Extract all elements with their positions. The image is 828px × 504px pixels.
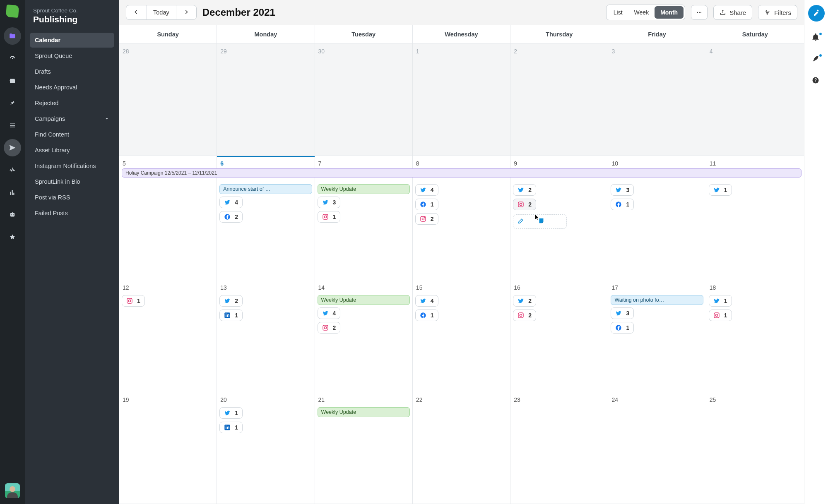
sidebar-item-rejected[interactable]: Rejected xyxy=(30,96,114,110)
day-cell[interactable]: 1541 xyxy=(413,280,510,392)
svg-rect-26 xyxy=(518,313,523,318)
day-cell[interactable]: 23 xyxy=(510,392,608,504)
sidebar-item-campaigns[interactable]: Campaigns xyxy=(30,111,114,126)
day-cell[interactable]: 22 xyxy=(413,392,510,504)
post-chip-tw[interactable]: 1 xyxy=(709,184,732,196)
post-chip-tw[interactable]: 2 xyxy=(513,295,536,307)
day-cell[interactable]: 24 xyxy=(608,392,706,504)
post-chip-ig[interactable]: 1 xyxy=(709,310,732,321)
day-cell[interactable]: 2 xyxy=(510,44,608,156)
post-chip-tw[interactable]: 2 xyxy=(513,184,536,196)
day-cell[interactable]: 14Weekly Update42 xyxy=(315,280,413,392)
post-chip-ig[interactable]: 1 xyxy=(122,295,145,307)
rail-list-icon[interactable] xyxy=(4,117,21,134)
post-chip-ig[interactable]: 2 xyxy=(513,199,536,210)
post-chip-li[interactable]: 1 xyxy=(219,422,243,433)
rail-gauge-icon[interactable] xyxy=(4,50,21,67)
calendar-note[interactable]: Announce start of … xyxy=(219,184,312,194)
sidebar-item-sproutlink-in-bio[interactable]: SproutLink in Bio xyxy=(30,174,114,189)
post-chip-tw[interactable]: 2 xyxy=(219,295,243,307)
post-chip-ig[interactable]: 2 xyxy=(318,322,341,334)
day-cell[interactable]: 30 xyxy=(315,44,413,156)
post-chip-fb[interactable]: 1 xyxy=(611,322,634,334)
sidebar-item-find-content[interactable]: Find Content xyxy=(30,127,114,142)
day-number: 23 xyxy=(513,395,605,405)
view-week[interactable]: Week xyxy=(628,6,655,19)
post-chip-ig[interactable]: 2 xyxy=(513,310,536,321)
svg-rect-18 xyxy=(127,298,132,303)
calendar-note[interactable]: Weekly Update xyxy=(318,407,410,417)
post-chip-ig[interactable]: 1 xyxy=(318,211,341,223)
sidebar-item-instagram-notifications[interactable]: Instagram Notifications xyxy=(30,158,114,173)
sidebar-item-label: Post via RSS xyxy=(35,194,70,201)
today-button[interactable]: Today xyxy=(147,5,176,19)
quick-actions xyxy=(513,214,567,229)
post-chip-fb[interactable]: 1 xyxy=(611,199,634,210)
post-chip-fb[interactable]: 2 xyxy=(219,211,243,223)
post-chip-tw[interactable]: 3 xyxy=(611,307,634,319)
post-chip-tw[interactable]: 4 xyxy=(318,307,341,319)
share-button[interactable]: Share xyxy=(713,5,752,20)
sidebar-item-sprout-queue[interactable]: Sprout Queue xyxy=(30,48,114,63)
day-cell[interactable]: 21Weekly Update xyxy=(315,392,413,504)
rail-publish-icon[interactable] xyxy=(4,139,21,156)
day-cell[interactable]: 1811 xyxy=(706,280,804,392)
rail-bot-icon[interactable] xyxy=(4,206,21,223)
quick-note-icon[interactable] xyxy=(538,217,545,226)
post-chip-fb[interactable]: 1 xyxy=(415,199,438,210)
rail-pin-icon[interactable] xyxy=(4,94,21,112)
day-cell[interactable]: 1321 xyxy=(217,280,315,392)
post-chip-li[interactable]: 1 xyxy=(219,310,243,321)
sidebar-item-needs-approval[interactable]: Needs Approval xyxy=(30,80,114,95)
quick-compose-icon[interactable] xyxy=(518,217,525,226)
post-chip-tw[interactable]: 1 xyxy=(219,407,243,419)
notifications-icon[interactable] xyxy=(811,33,821,43)
post-chip-tw[interactable]: 1 xyxy=(709,295,732,307)
post-chip-fb[interactable]: 1 xyxy=(415,310,438,321)
compose-button[interactable] xyxy=(808,5,825,22)
rail-reports-icon[interactable] xyxy=(4,184,21,201)
prev-button[interactable] xyxy=(126,5,146,19)
calendar-note[interactable]: Weekly Update xyxy=(318,295,410,305)
user-avatar[interactable] xyxy=(5,483,20,498)
day-cell[interactable]: 29 xyxy=(217,44,315,156)
day-cell[interactable]: 17Waiting on photo fo…31 xyxy=(608,280,706,392)
day-cell[interactable]: 19 xyxy=(119,392,217,504)
post-chip-tw[interactable]: 4 xyxy=(415,184,438,196)
next-button[interactable] xyxy=(176,5,196,19)
view-list[interactable]: List xyxy=(608,6,628,19)
day-cell[interactable]: 121 xyxy=(119,280,217,392)
campaign-banner[interactable]: Holiay Campaign 12/5/2021 – 12/11/2021 xyxy=(122,168,802,178)
rail-star-icon[interactable] xyxy=(4,228,21,246)
sidebar-item-drafts[interactable]: Drafts xyxy=(30,64,114,79)
calendar-note[interactable]: Waiting on photo fo… xyxy=(611,295,703,305)
sidebar-item-post-via-rss[interactable]: Post via RSS xyxy=(30,190,114,205)
calendar-note[interactable]: Weekly Update xyxy=(318,184,410,194)
day-cell[interactable]: 25 xyxy=(706,392,804,504)
help-icon[interactable]: ? xyxy=(811,76,821,86)
weekday-header: SundayMondayTuesdayWednesdayThursdayFrid… xyxy=(119,25,804,44)
rail-folder-icon[interactable] xyxy=(4,27,21,45)
more-button[interactable] xyxy=(691,5,708,20)
post-chip-tw[interactable]: 4 xyxy=(415,295,438,307)
post-chip-tw[interactable]: 3 xyxy=(611,184,634,196)
day-cell[interactable]: 1 xyxy=(413,44,510,156)
day-cell[interactable]: 2011 xyxy=(217,392,315,504)
view-month[interactable]: Month xyxy=(655,6,684,19)
compose-feather-icon[interactable] xyxy=(811,55,821,65)
svg-point-1 xyxy=(699,12,700,13)
post-chip-ig[interactable]: 2 xyxy=(415,213,438,225)
filters-button[interactable]: Filters xyxy=(758,5,797,20)
day-number: 28 xyxy=(122,46,214,56)
day-cell[interactable]: 28 xyxy=(119,44,217,156)
post-chip-tw[interactable]: 3 xyxy=(318,197,341,208)
rail-activity-icon[interactable] xyxy=(4,161,21,179)
sidebar-item-failed-posts[interactable]: Failed Posts xyxy=(30,206,114,221)
day-cell[interactable]: 3 xyxy=(608,44,706,156)
sidebar-item-asset-library[interactable]: Asset Library xyxy=(30,143,114,158)
post-chip-tw[interactable]: 4 xyxy=(219,197,243,208)
day-cell[interactable]: 4 xyxy=(706,44,804,156)
day-cell[interactable]: 1622 xyxy=(510,280,608,392)
sidebar-item-calendar[interactable]: Calendar xyxy=(30,33,114,48)
rail-inbox-icon[interactable] xyxy=(4,72,21,89)
